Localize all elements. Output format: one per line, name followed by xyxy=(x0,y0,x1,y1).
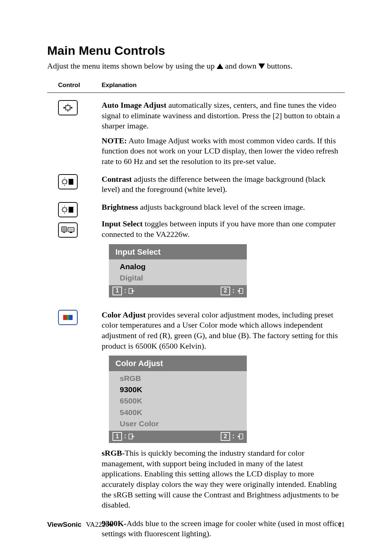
control-row-brightness: Brightness adjusts background black leve… xyxy=(47,202,345,303)
control-explanation: Contrast adjusts the difference between … xyxy=(102,174,345,195)
osd-input-select: Input Select Analog Digital 1 : 2 : xyxy=(109,244,247,297)
enter-icon xyxy=(237,434,243,439)
srgb-text: This is quickly becoming the industry st… xyxy=(102,448,339,509)
osd-footer: 1 : 2 : xyxy=(109,431,247,443)
note-label: NOTE: xyxy=(102,136,127,145)
contrast-text: adjusts the difference between the image… xyxy=(102,175,326,194)
osd-item-9300k: 9300K xyxy=(109,384,247,395)
footer-brand: ViewSonic xyxy=(47,521,82,529)
control-explanation: Brightness adjusts background black leve… xyxy=(102,202,345,303)
control-row-color-adjust: Color Adjust provides several color adju… xyxy=(47,310,345,539)
svg-rect-39 xyxy=(63,315,67,320)
exit-icon xyxy=(128,288,135,294)
colon: : xyxy=(232,432,234,440)
osd-footer: 1 : 2 : xyxy=(109,285,247,297)
down-arrow-icon xyxy=(258,63,265,69)
explanation-column-header: Explanation xyxy=(102,82,345,89)
key-1-icon: 1 xyxy=(113,287,122,295)
brightness-text: adjusts background black level of the sc… xyxy=(138,202,305,212)
osd-item-6500k: 6500K xyxy=(109,395,247,406)
svg-rect-33 xyxy=(69,228,73,231)
page-number: 11 xyxy=(338,521,345,529)
osd-title: Input Select xyxy=(109,244,247,260)
control-icon-cell xyxy=(47,174,102,195)
colon: : xyxy=(124,432,126,440)
control-explanation: Auto Image Adjust automatically sizes, c… xyxy=(102,100,345,167)
control-icon-cell xyxy=(47,310,102,539)
svg-line-23 xyxy=(66,211,67,212)
svg-marker-36 xyxy=(132,290,135,292)
color-adjust-label: Color Adjust xyxy=(102,310,146,319)
control-row-auto-image: Auto Image Adjust automatically sizes, c… xyxy=(47,100,345,167)
page-title: Main Menu Controls xyxy=(47,44,345,58)
key-2-icon: 2 xyxy=(221,432,230,441)
osd-item-analog: Analog xyxy=(109,261,247,272)
svg-rect-41 xyxy=(69,315,73,320)
svg-line-13 xyxy=(66,183,67,184)
svg-line-24 xyxy=(62,211,63,212)
intro-text-3: buttons. xyxy=(267,61,293,70)
svg-line-12 xyxy=(62,180,63,180)
color-adjust-icon xyxy=(58,310,78,325)
svg-marker-6 xyxy=(71,107,73,109)
intro-text-1: Adjust the menu items shown below by usi… xyxy=(47,61,217,70)
svg-rect-26 xyxy=(69,207,73,213)
intro-text-2: and down xyxy=(225,61,258,70)
intro-paragraph: Adjust the menu items shown below by usi… xyxy=(47,61,345,71)
svg-line-22 xyxy=(62,208,63,208)
brightness-icon xyxy=(58,202,78,217)
brightness-label: Brightness xyxy=(102,202,138,212)
osd-item-5400k: 5400K xyxy=(109,407,247,418)
table-header-row: Control Explanation xyxy=(47,82,345,93)
svg-marker-38 xyxy=(237,290,240,292)
osd-title: Color Adjust xyxy=(109,356,247,371)
key-2-icon: 2 xyxy=(221,287,230,295)
svg-rect-31 xyxy=(64,232,65,233)
contrast-label: Contrast xyxy=(102,175,132,184)
key-1-icon: 1 xyxy=(113,432,122,441)
input-select-icon xyxy=(58,222,78,238)
exit-icon xyxy=(128,434,135,439)
manual-page: Main Menu Controls Adjust the menu items… xyxy=(0,0,392,554)
osd-color-adjust: Color Adjust sRGB 9300K 6500K 5400K User… xyxy=(109,356,247,443)
svg-marker-5 xyxy=(63,107,65,109)
svg-line-15 xyxy=(66,180,67,180)
control-icon-cell xyxy=(47,202,102,303)
control-icon-cell xyxy=(47,100,102,167)
auto-image-label: Auto Image Adjust xyxy=(102,100,166,110)
enter-icon xyxy=(237,288,243,294)
osd-body: sRGB 9300K 6500K 5400K User Color xyxy=(109,371,247,431)
osd-item-digital: Digital xyxy=(109,272,247,283)
control-explanation: Color Adjust provides several color adju… xyxy=(102,310,345,539)
footer-model: VA2226w xyxy=(86,521,114,529)
up-arrow-icon xyxy=(217,63,223,69)
contrast-icon xyxy=(58,174,78,189)
colon: : xyxy=(124,287,126,295)
svg-marker-45 xyxy=(237,435,240,438)
note-text: Auto Image Adjust works with most common… xyxy=(102,136,338,166)
osd-body: Analog Digital xyxy=(109,259,247,285)
control-column-header: Control xyxy=(47,82,102,89)
auto-image-adjust-icon xyxy=(58,100,78,115)
svg-rect-34 xyxy=(70,232,72,233)
svg-rect-40 xyxy=(67,315,69,320)
svg-rect-16 xyxy=(69,179,73,185)
colon: : xyxy=(232,287,234,295)
input-select-label: Input Select xyxy=(102,219,143,228)
svg-line-25 xyxy=(66,208,67,208)
srgb-label: sRGB- xyxy=(102,448,125,457)
osd-item-srgb: sRGB xyxy=(109,373,247,384)
control-row-contrast: Contrast adjusts the difference between … xyxy=(47,174,345,195)
osd-item-user-color: User Color xyxy=(109,418,247,429)
svg-marker-43 xyxy=(132,435,135,438)
page-footer: ViewSonic VA2226w 11 xyxy=(47,521,345,529)
svg-line-14 xyxy=(62,183,63,184)
svg-rect-0 xyxy=(66,106,70,110)
